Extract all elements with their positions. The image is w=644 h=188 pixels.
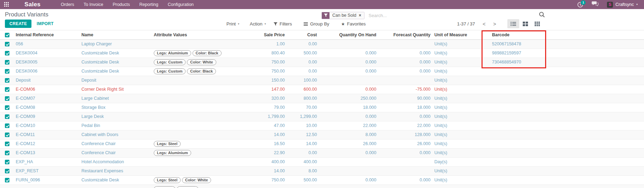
row-checkbox[interactable] [5, 151, 9, 155]
table-row[interactable]: DESK0004Customizable DeskLegs: Aluminium… [0, 48, 644, 58]
table-row[interactable]: E-COM07Large Cabinet320.00800.00250.0009… [0, 94, 644, 103]
menu-configuration[interactable]: Configuration [168, 2, 194, 7]
row-checkbox[interactable] [5, 60, 9, 65]
ref-cell: E-COM11 [13, 130, 80, 139]
menu-to-invoice[interactable]: To Invoice [84, 2, 103, 7]
chat-bubbles-icon[interactable] [592, 1, 599, 8]
search-input[interactable]: Search... [369, 13, 539, 18]
col-forecast-quantity[interactable]: Forecast Quantity [378, 30, 433, 39]
attribute-values-cell [153, 94, 257, 103]
group-by-dropdown[interactable]: Group By ▾ [304, 21, 333, 27]
table-row[interactable] [0, 185, 644, 188]
pager-next-button[interactable]: > [493, 22, 496, 27]
action-dropdown[interactable]: Action ▾ [250, 21, 266, 27]
filler-cell [549, 85, 644, 94]
barcode-cell [489, 175, 549, 185]
activity-clock-icon[interactable]: 1 [577, 2, 583, 8]
barcode-cell [489, 185, 549, 188]
pager-prev-button[interactable]: < [483, 22, 485, 27]
pager-range: 1-37 / 37 [457, 21, 475, 27]
qty-on-hand-cell: 8.000 [319, 130, 378, 139]
table-row[interactable]: E-COM06Corner Desk Right Sit147.00600.00… [0, 85, 644, 94]
forecast-qty-cell: 0.000 [378, 67, 433, 76]
col-barcode[interactable]: Barcode [489, 30, 549, 39]
filler-cell [549, 139, 644, 148]
row-checkbox[interactable] [5, 169, 9, 173]
row-checkbox[interactable] [5, 133, 9, 137]
name-cell: Corner Desk Right Sit [80, 85, 153, 94]
row-checkbox[interactable] [5, 87, 9, 92]
row-checkbox[interactable] [5, 51, 9, 55]
table-row[interactable]: EXP_RESTRestaurant Expenses14.008.00Unit… [0, 166, 644, 175]
table-row[interactable]: EXP_HAHotel Accommodation400.00400.00Day… [0, 157, 644, 166]
menu-orders[interactable]: Orders [61, 2, 74, 7]
uom-cell [433, 185, 489, 188]
col-attribute-values[interactable]: Attribute Values [153, 30, 257, 39]
uom-cell: Day(s) [433, 157, 489, 166]
uom-cell: Unit(s) [433, 130, 489, 139]
col-unit-of-measure[interactable]: Unit of Measure [433, 30, 489, 39]
table-row[interactable]: E-COM13Conference ChairLegs: Aluminium22… [0, 148, 644, 157]
row-checkbox[interactable] [5, 123, 9, 128]
top-menu: Orders To Invoice Products Reporting Con… [61, 2, 194, 7]
table-row[interactable]: 056Laptop Charger1.000.00Unit(s)52006715… [0, 39, 644, 48]
col-sale-price[interactable]: Sale Price [257, 30, 287, 39]
sale-price-cell: 22.90 [257, 148, 287, 157]
create-button[interactable]: CREATE [5, 20, 31, 28]
search-bar[interactable]: Can be Sold × Search... [321, 11, 545, 20]
row-checkbox[interactable] [5, 160, 9, 164]
app-title: Sales [24, 1, 41, 8]
import-button[interactable]: IMPORT [37, 21, 53, 26]
col-name[interactable]: Name [80, 30, 153, 39]
row-checkbox[interactable] [5, 114, 9, 119]
apps-grid-icon[interactable] [4, 2, 9, 7]
cost-cell: 70.00 [287, 103, 319, 112]
row-checkbox[interactable] [5, 178, 9, 182]
grid-view-button[interactable] [531, 19, 543, 28]
row-checkbox[interactable] [5, 42, 9, 46]
table-row[interactable]: E-COM09Large Desk1,799.001,299.000.0000.… [0, 112, 644, 121]
name-cell: Large Cabinet [80, 94, 153, 103]
bars-icon [304, 22, 308, 26]
table-row[interactable]: E-COM10Pedal Bin47.0010.0022.00022.000Un… [0, 121, 644, 130]
facet-close-icon[interactable]: × [359, 13, 361, 18]
search-icon[interactable] [539, 12, 545, 19]
row-checkbox[interactable] [5, 96, 9, 101]
kanban-view-button[interactable] [519, 19, 531, 28]
table-row[interactable]: E-COM11Cabinet with Doors14.0012.508.000… [0, 130, 644, 139]
favorites-dropdown[interactable]: ★ Favorites ▾ [341, 21, 369, 27]
attribute-pill: Legs: Aluminium [154, 150, 191, 156]
name-cell: Customizable Desk [80, 175, 153, 185]
filler-cell [549, 76, 644, 85]
menu-products[interactable]: Products [113, 2, 130, 7]
row-select-cell [0, 175, 13, 185]
table-header-row: Internal Reference Name Attribute Values… [0, 30, 644, 39]
filler-cell [549, 112, 644, 121]
attribute-values-cell [153, 185, 257, 188]
filters-dropdown[interactable]: Filters ▾ [274, 21, 295, 27]
barcode-cell [489, 112, 549, 121]
col-cost[interactable]: Cost [287, 30, 319, 39]
table-row[interactable]: E-COM08Storage Box79.0070.0018.00018.000… [0, 103, 644, 112]
table-row[interactable]: FURN_0096Customizable DeskLegs: SteelCol… [0, 175, 644, 185]
user-menu[interactable]: S Craftsync ▾ [607, 2, 638, 8]
row-checkbox[interactable] [5, 69, 9, 74]
table-row[interactable]: DESK0005Customizable DeskLegs: CustomCol… [0, 58, 644, 67]
row-checkbox[interactable] [5, 105, 9, 110]
print-dropdown[interactable]: Print ▾ [226, 21, 239, 27]
select-all-checkbox[interactable] [5, 33, 9, 37]
menu-reporting[interactable]: Reporting [139, 2, 158, 7]
col-quantity-on-hand[interactable]: Quantity On Hand [319, 30, 378, 39]
row-select-cell [0, 58, 13, 67]
search-facet: Can be Sold × [321, 12, 364, 19]
group-by-label: Group By [310, 21, 329, 27]
table-row[interactable]: DESK0006Customizable DeskLegs: CustomCol… [0, 67, 644, 76]
filler-cell [549, 175, 644, 185]
col-internal-reference[interactable]: Internal Reference [13, 30, 80, 39]
row-checkbox[interactable] [5, 142, 9, 146]
table-row[interactable]: E-COM12Conference ChairLegs: Steel16.501… [0, 139, 644, 148]
row-checkbox[interactable] [5, 78, 9, 83]
list-view-button[interactable] [507, 19, 519, 28]
cost-cell: 12.50 [287, 130, 319, 139]
table-row[interactable]: DepositDeposit150.00100.00Unit(s) [0, 76, 644, 85]
